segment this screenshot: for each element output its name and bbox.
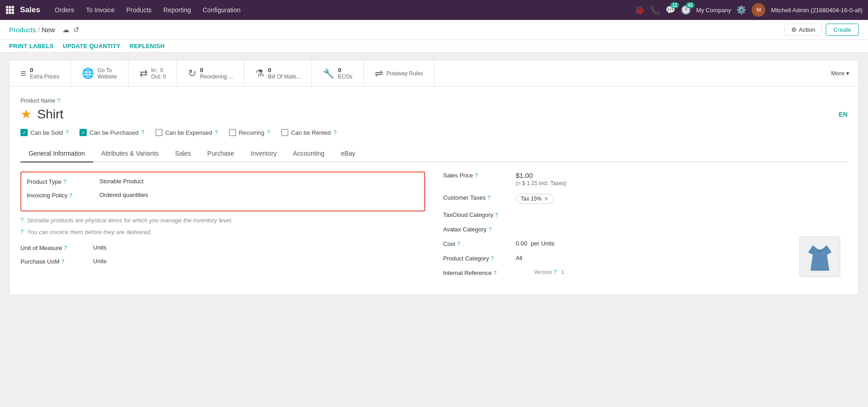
checkbox-can-be-sold: ✓ Can be Sold ? [20, 129, 69, 136]
nav-orders[interactable]: Orders [49, 5, 79, 15]
bom-text: Bill Of Mate... [268, 74, 301, 80]
customer-taxes-help[interactable]: ? [487, 195, 491, 201]
undo-icon[interactable]: ↺ [73, 25, 79, 34]
customer-taxes-row: Customer Taxes ? Tax 15% ✕ [443, 194, 848, 204]
avatax-help[interactable]: ? [488, 226, 491, 233]
phone-icon[interactable]: 📞 [650, 5, 660, 15]
sales-price-values: $1.00 (= $ 1.15 Incl. Taxes) [516, 172, 567, 186]
bug-icon[interactable]: 🐞 [635, 5, 645, 15]
checkbox-can-be-rented: Can be Rented ? [281, 129, 337, 136]
product-name-value[interactable]: Shirt [37, 107, 64, 122]
smart-btn-bom[interactable]: ⚗ 0 Bill Of Mate... [244, 60, 312, 86]
product-category-help[interactable]: ? [491, 255, 494, 262]
smart-btn-in-out[interactable]: ⇄ In: 0 Out: 0 [129, 60, 178, 86]
version-help[interactable]: ? [554, 269, 557, 275]
nav-to-invoice[interactable]: To Invoice [80, 5, 120, 15]
taxcloud-label: TaxCloud Category ? [443, 211, 516, 218]
nav-configuration[interactable]: Configuration [197, 5, 246, 15]
internal-ref-label: Internal Reference ? [443, 269, 516, 276]
settings-icon[interactable]: ⚙️ [736, 5, 746, 15]
tax-remove-button[interactable]: ✕ [544, 195, 549, 202]
recurring-checkbox[interactable] [229, 129, 236, 136]
tab-general[interactable]: General Information [20, 145, 93, 162]
cloud-icon[interactable]: ☁ [62, 25, 69, 34]
smart-btn-website[interactable]: 🌐 Go To Website [71, 60, 129, 86]
globe-icon: 🌐 [82, 68, 94, 79]
breadcrumb: Products / New [9, 26, 55, 34]
tab-accounting[interactable]: Accounting [285, 145, 332, 162]
internal-ref-help[interactable]: ? [493, 270, 496, 276]
favorite-star-icon[interactable]: ★ [20, 107, 32, 122]
can-be-expensed-checkbox[interactable] [155, 129, 163, 136]
svg-rect-2 [12, 6, 14, 8]
language-badge[interactable]: EN [839, 111, 848, 118]
cost-value[interactable]: 0.00 [516, 240, 527, 247]
desc2-help-icon[interactable]: ? [20, 229, 24, 235]
replenish-button[interactable]: REPLENISH [129, 43, 164, 49]
toolbar: PRINT LABELS UPDATE QUANTITY REPLENISH [0, 40, 868, 53]
tab-ebay[interactable]: eBay [332, 145, 363, 162]
can-be-sold-help[interactable]: ? [66, 129, 69, 136]
product-category-value[interactable]: All [516, 255, 522, 261]
breadcrumb-bar: Products / New ☁ ↺ ⚙ Action Create [0, 20, 868, 40]
user-avatar[interactable]: M [752, 3, 765, 17]
can-be-expensed-help[interactable]: ? [215, 129, 218, 136]
recurring-help[interactable]: ? [267, 129, 270, 136]
uom-help[interactable]: ? [64, 245, 67, 251]
update-quantity-button[interactable]: UPDATE QUANTITY [63, 43, 120, 49]
can-be-sold-checkbox[interactable]: ✓ [20, 129, 28, 136]
activity-icon[interactable]: 🕐 43 [681, 5, 691, 15]
smart-btn-extra-prices[interactable]: ≡ 0 Extra Prices [10, 60, 71, 86]
product-image[interactable] [799, 236, 840, 277]
sales-price-value[interactable]: $1.00 [516, 172, 567, 179]
putaway-icon: ⇌ [375, 68, 383, 79]
print-labels-button[interactable]: PRINT LABELS [9, 43, 54, 49]
action-button[interactable]: ⚙ Action [784, 24, 822, 36]
tab-inventory[interactable]: Inventory [243, 145, 285, 162]
can-be-purchased-help[interactable]: ? [141, 129, 144, 136]
tab-right: Sales Price ? $1.00 (= $ 1.15 Incl. Taxe… [443, 172, 848, 284]
can-be-expensed-label: Can be Expensed [165, 129, 212, 136]
invoicing-policy-help[interactable]: ? [69, 192, 73, 199]
nav-products[interactable]: Products [121, 5, 157, 15]
customer-taxes-value: Tax 15% ✕ [516, 194, 554, 204]
action-bar-right: ⚙ Action Create [784, 24, 859, 36]
tab-attributes[interactable]: Attributes & Variants [93, 145, 167, 162]
product-name-help[interactable]: ? [57, 98, 60, 104]
checkbox-can-be-purchased: ✓ Can be Purchased ? [79, 129, 144, 136]
taxcloud-help[interactable]: ? [495, 212, 498, 218]
purchase-uom-value[interactable]: Units [93, 258, 107, 265]
tab-sales[interactable]: Sales [167, 145, 199, 162]
sales-price-label: Sales Price ? [443, 172, 516, 179]
smart-btn-reordering[interactable]: ↻ 0 Reordering ... [177, 60, 244, 86]
svg-rect-5 [12, 9, 14, 11]
can-be-purchased-checkbox[interactable]: ✓ [79, 129, 87, 136]
product-type-value[interactable]: Storable Product [99, 178, 144, 185]
flask-icon: ⚗ [255, 68, 264, 79]
desc1-help-icon[interactable]: ? [20, 217, 24, 223]
product-type-help[interactable]: ? [63, 179, 66, 185]
cost-help[interactable]: ? [457, 241, 460, 247]
transfer-icon: ⇄ [139, 68, 148, 79]
smart-btn-putaway[interactable]: ⇌ Putaway Rules [364, 60, 434, 86]
invoicing-policy-value[interactable]: Ordered quantities [99, 191, 148, 198]
create-button[interactable]: Create [826, 24, 859, 36]
breadcrumb-parent[interactable]: Products [9, 26, 36, 34]
putaway-label: Putaway Rules [387, 70, 423, 77]
nav-reporting[interactable]: Reporting [158, 5, 197, 15]
smart-btn-ecos[interactable]: 🔧 0 ECOs [312, 60, 364, 86]
more-button[interactable]: More ▾ [822, 60, 858, 86]
extra-prices-label: 0 Extra Prices [30, 67, 60, 80]
product-name-label-text: Product Name [20, 98, 55, 104]
uom-value[interactable]: Units [93, 244, 107, 251]
tab-purchase[interactable]: Purchase [199, 145, 242, 162]
chat-icon[interactable]: 💬 12 [665, 5, 675, 15]
sales-price-help[interactable]: ? [475, 172, 478, 179]
activity-badge: 43 [686, 2, 694, 8]
can-be-rented-checkbox[interactable] [281, 129, 288, 136]
can-be-rented-help[interactable]: ? [333, 129, 337, 136]
gear-icon: ⚙ [791, 26, 797, 33]
purchase-uom-help[interactable]: ? [61, 259, 64, 265]
apps-menu-button[interactable] [5, 5, 15, 15]
internal-ref-value[interactable]: Version ? 1 [516, 269, 565, 275]
